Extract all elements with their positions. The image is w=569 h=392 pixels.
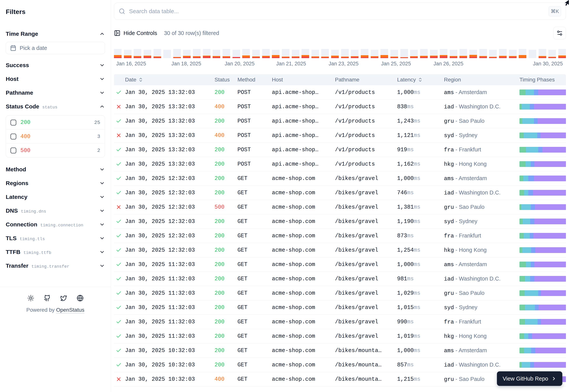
table-row[interactable]: Jan 30, 2025 12:32:03200GETacme-shop.com… <box>114 186 566 200</box>
timeline-bar[interactable] <box>361 49 368 58</box>
section-latency[interactable]: Latency <box>6 190 105 204</box>
table-row[interactable]: Jan 30, 2025 13:32:03200POSTapi.acme-sho… <box>114 143 566 157</box>
theme-toggle-button[interactable] <box>27 295 34 302</box>
timeline-bar[interactable] <box>351 50 359 58</box>
github-link[interactable] <box>44 295 51 302</box>
table-row[interactable]: Jan 30, 2025 13:32:03200POSTapi.acme-sho… <box>114 157 566 171</box>
timeline-bar[interactable] <box>450 50 457 58</box>
table-row[interactable]: Jan 30, 2025 13:32:03200POSTapi.acme-sho… <box>114 114 566 128</box>
openstatus-link[interactable]: OpenStatus <box>56 307 84 313</box>
column-header-latency[interactable]: Latency <box>396 77 443 83</box>
timeline-bar[interactable] <box>410 50 418 58</box>
section-connection[interactable]: Connectiontiming.connection <box>6 218 105 231</box>
timeline-bar[interactable] <box>153 49 161 58</box>
checkbox[interactable] <box>11 148 16 153</box>
timeline-bar[interactable] <box>114 49 122 58</box>
timeline-bar[interactable] <box>331 50 339 58</box>
status-option-400[interactable]: 4003 <box>6 129 105 143</box>
timeline-bar[interactable] <box>400 49 408 58</box>
timeline-bar[interactable] <box>558 49 566 58</box>
timeline-bar[interactable] <box>519 49 526 58</box>
timeline-bar[interactable] <box>262 49 270 58</box>
column-header-host[interactable]: Host <box>270 77 333 83</box>
date-picker-input[interactable]: Pick a date <box>6 42 105 54</box>
timeline-bar[interactable] <box>282 49 290 58</box>
section-status-code[interactable]: Status Codestatus <box>6 100 105 113</box>
timeline-bar[interactable] <box>163 50 171 58</box>
timeline-bar[interactable] <box>272 50 279 58</box>
timeline-bar[interactable] <box>529 50 536 58</box>
section-dns[interactable]: DNStiming.dns <box>6 204 105 218</box>
column-header-date[interactable]: Date <box>124 77 213 83</box>
table-row[interactable]: Jan 30, 2025 11:32:03200GETacme-shop.com… <box>114 300 566 315</box>
section-time-range[interactable]: Time Range <box>6 27 105 41</box>
twitter-link[interactable] <box>60 295 67 302</box>
timeline-bar[interactable] <box>252 50 260 58</box>
timeline-bar[interactable] <box>539 49 546 58</box>
timeline-bar[interactable] <box>420 49 428 58</box>
section-ttfb[interactable]: TTFBtiming.ttfb <box>6 245 105 259</box>
table-row[interactable]: Jan 30, 2025 10:32:03200GETacme-shop.com… <box>114 358 566 372</box>
timeline-bar[interactable] <box>193 49 201 58</box>
timeline-bar[interactable] <box>321 49 329 58</box>
table-row[interactable]: Jan 30, 2025 13:32:03400POSTapi.acme-sho… <box>114 128 566 143</box>
timeline-bar[interactable] <box>124 50 132 58</box>
timeline-bar[interactable] <box>203 49 210 58</box>
table-row[interactable]: Jan 30, 2025 12:32:03200GETacme-shop.com… <box>114 229 566 243</box>
table-row[interactable]: Jan 30, 2025 11:32:03200GETacme-shop.com… <box>114 286 566 300</box>
search-input[interactable]: Search data table... ⌘K <box>114 3 566 20</box>
table-row[interactable]: Jan 30, 2025 12:32:03200GETacme-shop.com… <box>114 171 566 186</box>
column-header-pathname[interactable]: Pathname <box>333 77 396 83</box>
table-row[interactable]: Jan 30, 2025 11:32:03200GETacme-shop.com… <box>114 329 566 343</box>
hide-controls-button[interactable]: Hide Controls <box>114 30 157 36</box>
timeline-bar[interactable] <box>183 50 191 58</box>
timeline-bar[interactable] <box>242 49 250 58</box>
table-row[interactable]: Jan 30, 2025 12:32:03200GETacme-shop.com… <box>114 214 566 229</box>
table-row[interactable]: Jan 30, 2025 12:32:03200GETacme-shop.com… <box>114 243 566 257</box>
section-method[interactable]: Method <box>6 163 105 176</box>
website-link[interactable] <box>77 295 83 302</box>
timeline-bar[interactable] <box>233 50 240 58</box>
timeline-bar[interactable] <box>371 50 378 58</box>
timeline-bar[interactable] <box>499 49 507 58</box>
timeline-bar[interactable] <box>459 49 467 58</box>
section-host[interactable]: Host <box>6 72 105 86</box>
checkbox[interactable] <box>11 120 16 126</box>
timeline-bar[interactable] <box>469 50 477 58</box>
section-transfer[interactable]: Transfertiming.transfer <box>6 259 105 273</box>
timeline-bar[interactable] <box>173 49 181 58</box>
section-success[interactable]: Success <box>6 58 105 72</box>
table-row[interactable]: Jan 30, 2025 13:32:03400POSTapi.acme-sho… <box>114 100 566 114</box>
timeline-bar[interactable] <box>213 50 220 58</box>
timeline-bar[interactable] <box>430 50 438 58</box>
timeline-bar[interactable] <box>341 49 349 58</box>
timeline-bar[interactable] <box>380 49 388 58</box>
timeline-bar[interactable] <box>134 49 141 58</box>
column-header-status[interactable]: Status <box>213 77 236 83</box>
timeline-bar[interactable] <box>222 49 230 58</box>
column-header-method[interactable]: Method <box>236 77 270 83</box>
timeline-bar[interactable] <box>302 49 309 58</box>
table-row[interactable]: Jan 30, 2025 12:32:03500GETacme-shop.com… <box>114 200 566 214</box>
column-header-region[interactable]: Region <box>443 77 518 83</box>
table-row[interactable]: Jan 30, 2025 13:32:03200POSTapi.acme-sho… <box>114 85 566 100</box>
table-row[interactable]: Jan 30, 2025 11:32:03200GETacme-shop.com… <box>114 257 566 272</box>
timeline-bar[interactable] <box>390 50 398 58</box>
timeline-bar[interactable] <box>311 50 319 58</box>
view-options-button[interactable] <box>553 27 566 39</box>
timeline-bar[interactable] <box>548 50 556 58</box>
section-tls[interactable]: TLStiming.tls <box>6 231 105 245</box>
view-github-repo-button[interactable]: View GitHub Repo <box>497 371 562 386</box>
timeline-bar[interactable] <box>440 49 447 58</box>
status-option-200[interactable]: 20025 <box>6 115 105 129</box>
section-pathname[interactable]: Pathname <box>6 86 105 100</box>
table-row[interactable]: Jan 30, 2025 11:32:03200GETacme-shop.com… <box>114 272 566 286</box>
timeline-bar[interactable] <box>479 49 487 58</box>
column-header-timing-phases[interactable]: Timing Phases <box>518 77 566 83</box>
table-row[interactable]: Jan 30, 2025 10:32:03200GETacme-shop.com… <box>114 343 566 358</box>
table-row[interactable]: Jan 30, 2025 11:32:03200GETacme-shop.com… <box>114 315 566 329</box>
section-regions[interactable]: Regions <box>6 176 105 190</box>
timeline-bar[interactable] <box>144 50 151 58</box>
checkbox[interactable] <box>11 134 16 140</box>
timeline-bar[interactable] <box>489 50 497 58</box>
